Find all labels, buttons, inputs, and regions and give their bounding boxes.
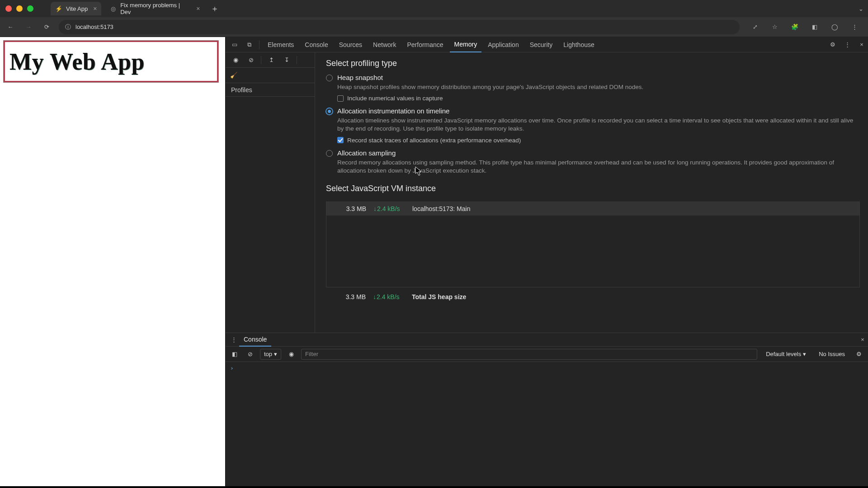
profile-avatar-icon[interactable]: ◯ <box>828 21 841 33</box>
back-button[interactable]: ← <box>5 21 16 33</box>
issues-label: No Issues <box>819 351 845 357</box>
vm-total-label: Total JS heap size <box>412 293 466 300</box>
subopt-include-numerical[interactable]: Include numerical values in capture <box>337 95 643 102</box>
chevron-down-icon: ▾ <box>803 351 806 357</box>
kebab-menu-icon[interactable]: ⋮ <box>848 21 861 33</box>
record-icon[interactable]: ◉ <box>230 55 241 66</box>
toolbar-actions: ⤢ ☆ 🧩 ◧ ◯ ⋮ <box>746 21 863 33</box>
checkbox-record-stack-traces[interactable] <box>337 137 344 143</box>
radio-heap-snapshot[interactable] <box>326 75 333 81</box>
profiling-type-title: Select profiling type <box>326 59 860 68</box>
console-prompt-icon: › <box>230 365 234 371</box>
devtools-tabbar: ▭ ⧉ Elements Console Sources Network Per… <box>226 37 868 52</box>
garbage-collect-icon[interactable]: 🧹 <box>230 72 237 79</box>
console-toolbar: ◧ ⊘ top ▾ ◉ Filter Default levels ▾ No I… <box>226 347 868 362</box>
inspect-element-icon[interactable]: ▭ <box>228 38 241 51</box>
profiling-option-allocation-sampling[interactable]: Allocation sampling Record memory alloca… <box>326 149 860 175</box>
close-tab-icon[interactable]: × <box>196 5 200 12</box>
minimize-window-button[interactable] <box>16 5 23 12</box>
save-profile-icon[interactable]: ↧ <box>281 55 292 66</box>
tab-elements[interactable]: Elements <box>263 37 298 52</box>
extensions-icon[interactable]: 🧩 <box>788 21 801 33</box>
vm-instance-row[interactable]: 3.3 MB 2.4 kB/s localhost:5173: Main <box>326 202 859 216</box>
vm-instance-list: 3.3 MB 2.4 kB/s localhost:5173: Main <box>326 202 860 287</box>
device-toolbar-icon[interactable]: ⧉ <box>243 38 255 51</box>
tab-sources[interactable]: Sources <box>335 37 367 52</box>
tab-title: Fix memory problems | Dev <box>120 2 191 15</box>
site-info-icon[interactable]: ⓘ <box>65 23 71 31</box>
collect-garbage-row: 🧹 <box>226 68 315 83</box>
vm-rate: 2.4 kB/s <box>373 205 405 212</box>
url-text: localhost:5173 <box>75 23 113 30</box>
tab-lighthouse[interactable]: Lighthouse <box>559 37 599 52</box>
window-controls <box>5 5 33 12</box>
vm-total-size: 3.3 MB <box>339 293 366 300</box>
reload-button[interactable]: ⟳ <box>41 21 52 33</box>
console-filter-input[interactable]: Filter <box>301 349 757 360</box>
profiling-option-allocation-timeline[interactable]: Allocation instrumentation on timeline A… <box>326 107 860 143</box>
side-panel-icon[interactable]: ◧ <box>808 21 821 33</box>
browser-tab[interactable]: ◎ Fix memory problems | Dev × <box>105 2 204 15</box>
toggle-sidebar-icon[interactable]: ◧ <box>229 349 240 360</box>
kebab-menu-icon[interactable]: ⋮ <box>228 334 239 345</box>
bookmark-star-icon[interactable]: ☆ <box>769 21 781 33</box>
clear-icon[interactable]: ⊘ <box>245 55 256 66</box>
vm-total-row: 3.3 MB 2.4 kB/s Total JS heap size <box>326 290 860 304</box>
console-body[interactable]: › <box>226 362 868 486</box>
devtools: ▭ ⧉ Elements Console Sources Network Per… <box>225 37 868 486</box>
settings-gear-icon[interactable]: ⚙ <box>826 38 839 51</box>
filter-placeholder: Filter <box>305 351 318 357</box>
omnibox[interactable]: ⓘ localhost:5173 <box>59 20 740 34</box>
checkbox-include-numerical[interactable] <box>337 95 344 102</box>
clear-console-icon[interactable]: ⊘ <box>245 349 255 360</box>
execution-context-selector[interactable]: top ▾ <box>260 349 281 360</box>
profiling-option-heap-snapshot[interactable]: Heap snapshot Heap snapshot profiles sho… <box>326 74 860 102</box>
context-label: top <box>264 351 272 357</box>
issues-indicator[interactable]: No Issues <box>815 349 849 360</box>
radio-allocation-sampling[interactable] <box>326 150 333 157</box>
tab-memory[interactable]: Memory <box>450 37 482 52</box>
kebab-menu-icon[interactable]: ⋮ <box>841 38 854 51</box>
tab-security[interactable]: Security <box>525 37 557 52</box>
drawer-tabbar: ⋮ Console × <box>226 333 868 347</box>
page-heading: My Web App <box>9 48 145 75</box>
live-expression-icon[interactable]: ◉ <box>286 349 297 360</box>
option-title: Allocation instrumentation on timeline <box>337 107 857 115</box>
chrome-favicon-icon: ◎ <box>109 5 117 12</box>
profiles-heading: Profiles <box>226 83 315 97</box>
devtools-drawer: ⋮ Console × ◧ ⊘ top ▾ ◉ Filter Default l… <box>226 333 868 486</box>
tab-network[interactable]: Network <box>368 37 401 52</box>
console-settings-gear-icon[interactable]: ⚙ <box>854 349 864 360</box>
memory-panel: Select profiling type Heap snapshot Heap… <box>315 52 868 333</box>
tab-title: Vite App <box>66 5 88 12</box>
close-devtools-icon[interactable]: × <box>855 38 868 51</box>
chevron-down-icon[interactable]: ⌄ <box>859 5 863 12</box>
page-viewport: My Web App <box>0 37 225 486</box>
maximize-window-button[interactable] <box>27 5 33 12</box>
load-profile-icon[interactable]: ↥ <box>266 55 277 66</box>
close-window-button[interactable] <box>5 5 12 12</box>
tab-console[interactable]: Console <box>300 37 332 52</box>
tab-performance[interactable]: Performance <box>402 37 448 52</box>
tab-application[interactable]: Application <box>483 37 524 52</box>
option-title: Heap snapshot <box>337 74 643 81</box>
radio-allocation-timeline[interactable] <box>326 108 333 115</box>
new-tab-button[interactable]: ＋ <box>208 3 222 14</box>
option-desc: Allocation timelines show instrumented J… <box>337 117 857 133</box>
browser-tabbar: ⚡ Vite App × ◎ Fix memory problems | Dev… <box>0 0 868 17</box>
close-tab-icon[interactable]: × <box>93 5 97 12</box>
drawer-tab-console[interactable]: Console <box>239 333 271 347</box>
vite-favicon-icon: ⚡ <box>55 5 62 12</box>
workspace: My Web App ▭ ⧉ Elements Console Sources … <box>0 37 868 486</box>
browser-tab[interactable]: ⚡ Vite App × <box>51 2 101 15</box>
log-levels-selector[interactable]: Default levels ▾ <box>762 349 810 360</box>
subopt-record-stack-traces[interactable]: Record stack traces of allocations (extr… <box>337 137 857 144</box>
option-desc: Record memory allocations using sampling… <box>337 159 857 175</box>
close-drawer-icon[interactable]: × <box>857 334 868 345</box>
bottom-strip <box>0 486 868 488</box>
memory-toolbar: ◉ ⊘ ↥ ↧ <box>226 52 315 68</box>
forward-button: → <box>23 21 34 33</box>
option-desc: Heap snapshot profiles show memory distr… <box>337 83 643 91</box>
zoom-icon[interactable]: ⤢ <box>749 21 761 33</box>
devtools-body: ◉ ⊘ ↥ ↧ 🧹 Profiles Select profiling type <box>226 52 868 333</box>
